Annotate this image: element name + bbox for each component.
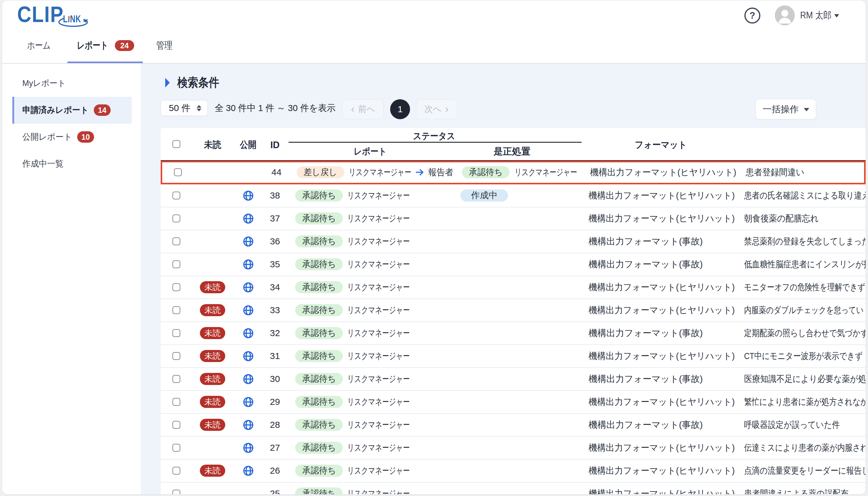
report-status-label: 承認待ち [302, 327, 336, 339]
globe-icon [242, 236, 254, 247]
bulk-action-button[interactable]: 一括操作 [756, 99, 816, 120]
cell-id: 36 [263, 230, 287, 253]
row-checkbox[interactable] [173, 215, 180, 222]
sidebar-item-my-reports[interactable]: Myレポート [12, 70, 132, 97]
format-text: 機構出力フォーマット(ヒヤリハット) [590, 166, 736, 179]
row-checkbox[interactable] [173, 283, 180, 291]
title-text: 患者の氏名確認ミスによる取り違え [744, 189, 866, 202]
table-row-35[interactable]: 35承認待ちリスクマネージャー機構出力フォーマット(事故)低血糖性脳症患者にイン… [161, 253, 866, 276]
cell-title: 患者登録間違い [742, 162, 866, 183]
cell-format: 機構出力フォーマット(ヒヤリハット) [582, 482, 740, 495]
report-status-badge: 承認待ち [295, 304, 343, 316]
table-row-25[interactable]: 25承認待ちリスクマネージャー機構出力フォーマット(ヒヤリハット)患者間違えによ… [161, 482, 866, 495]
help-question-mark: ? [750, 10, 755, 21]
table-row-27[interactable]: 27承認待ちリスクマネージャー機構出力フォーマット(ヒヤリハット)伝達ミスにより… [161, 437, 866, 460]
help-icon[interactable]: ? [744, 7, 760, 24]
report-status-badge: 承認待ち [295, 281, 343, 293]
cell-unread: 未読 [192, 391, 233, 413]
user-name[interactable]: RM 太郎 [800, 10, 832, 20]
top-bar: CLIP LıNK ? RM 太郎 ホームレポート24管理 [2, 1, 866, 63]
cell-select [161, 207, 192, 230]
cell-unread [192, 253, 233, 276]
pagination-bar: 50 件 全 30 件中 1 件 ～ 30 件を表示 ‹ 前へ 1 次へ › 一… [141, 100, 866, 121]
unread-badge: 未読 [200, 281, 225, 293]
sidebar-item-badge: 14 [94, 104, 111, 116]
table-row-30[interactable]: 未読30承認待ちリスクマネージャー機構出力フォーマット(事故)医療知識不足により… [161, 368, 866, 391]
corrective-status-label: 作成中 [471, 189, 497, 202]
sidebar-item-label: 作成中一覧 [22, 158, 64, 170]
tab-reports[interactable]: レポート24 [77, 36, 134, 55]
table-row-26[interactable]: 未読26承認待ちリスクマネージャー機構出力フォーマット(ヒヤリハット)点滴の流量… [161, 460, 866, 482]
cell-unread [194, 162, 235, 183]
table-row-33[interactable]: 未読33承認待ちリスクマネージャー機構出力フォーマット(ヒヤリハット)内服薬のダ… [161, 299, 866, 322]
row-checkbox[interactable] [174, 168, 182, 176]
cell-title: 定期配薬の照らし合わせで気づかず [740, 322, 866, 344]
cell-format: 機構出力フォーマット(事故) [582, 322, 740, 344]
title-text: モニターオフの危険性を理解できず [744, 281, 865, 294]
report-status-badge: 承認待ち [295, 373, 343, 385]
format-text: 機構出力フォーマット(ヒヤリハット) [589, 304, 735, 316]
row-checkbox[interactable] [173, 467, 180, 475]
report-status-badge: 承認待ち [295, 442, 343, 454]
table-row-38[interactable]: 38承認待ちリスクマネージャー作成中機構出力フォーマット(ヒヤリハット)患者の氏… [161, 184, 866, 207]
avatar[interactable] [775, 5, 795, 25]
report-status-label: 承認待ち [302, 235, 336, 247]
report-status-label: 承認待ち [302, 373, 336, 385]
user-menu-caret-icon[interactable] [834, 14, 839, 17]
cell-public [233, 437, 263, 459]
globe-icon [242, 465, 254, 477]
cell-title: 低血糖性脳症患者にインスリンが投 [740, 253, 866, 276]
cell-corrective-status [454, 437, 582, 459]
row-checkbox[interactable] [173, 352, 180, 360]
sidebar-item-public-reports[interactable]: 公開レポート10 [12, 124, 132, 151]
cell-format: 機構出力フォーマット(ヒヤリハット) [582, 299, 740, 322]
row-checkbox[interactable] [173, 375, 180, 383]
page-1-button[interactable]: 1 [390, 99, 410, 119]
row-checkbox[interactable] [173, 444, 180, 452]
sidebar-item-submitted-reports[interactable]: 申請済みレポート14 [12, 97, 132, 124]
cell-unread [192, 230, 233, 253]
cell-unread [192, 207, 233, 230]
cell-report-status: 承認待ちリスクマネージャー [287, 322, 454, 344]
next-page-button[interactable]: 次へ › [416, 99, 457, 119]
unread-badge: 未読 [200, 373, 225, 385]
prev-page-button[interactable]: ‹ 前へ [342, 99, 384, 119]
sidebar-item-drafts[interactable]: 作成中一覧 [12, 151, 132, 177]
row-checkbox[interactable] [173, 490, 180, 494]
select-all-checkbox[interactable] [173, 140, 180, 148]
cell-select [161, 253, 192, 276]
sidebar-item-label: 申請済みレポート [22, 104, 89, 116]
tab-admin[interactable]: 管理 [156, 36, 173, 55]
cell-format: 機構出力フォーマット(ヒヤリハット) [582, 276, 740, 299]
table-row-34[interactable]: 未読34承認待ちリスクマネージャー機構出力フォーマット(ヒヤリハット)モニターオ… [161, 276, 866, 299]
cell-report-status: 承認待ちリスクマネージャー [287, 460, 454, 482]
table-row-31[interactable]: 未読31承認待ちリスクマネージャー機構出力フォーマット(ヒヤリハット)CT中にモ… [161, 345, 866, 368]
cell-id: 35 [263, 253, 287, 276]
row-checkbox[interactable] [173, 329, 180, 337]
table-row-44[interactable]: 44差し戻しリスクマネージャー報告者承認待ちリスクマネージャー機構出力フォーマッ… [161, 161, 866, 184]
search-conditions-toggle[interactable]: 検索条件 [165, 76, 219, 89]
row-checkbox[interactable] [173, 260, 180, 268]
row-checkbox[interactable] [173, 237, 180, 245]
table-row-28[interactable]: 未読28承認待ちリスクマネージャー機構出力フォーマット(事故)呼吸器設定が誤って… [161, 414, 866, 437]
chevron-left-icon: ‹ [351, 104, 354, 114]
page-size-select[interactable]: 50 件 [161, 100, 208, 116]
row-checkbox[interactable] [173, 421, 180, 429]
title-text: 定期配薬の照らし合わせで気づかず [744, 327, 866, 339]
logo-i-letter: ı [68, 13, 70, 25]
row-checkbox[interactable] [173, 191, 180, 199]
row-checkbox[interactable] [173, 398, 180, 406]
table-row-36[interactable]: 36承認待ちリスクマネージャー機構出力フォーマット(事故)禁忌薬剤の登録を失念し… [161, 230, 866, 253]
col-header-public: 公開 [239, 139, 257, 151]
cell-select [161, 184, 192, 207]
tab-home[interactable]: ホーム [27, 36, 51, 55]
cell-id: 26 [263, 460, 287, 482]
search-conditions-caret-icon [165, 78, 170, 88]
title-text: CT中にモニター波形が表示できず [744, 350, 863, 362]
cell-format: 機構出力フォーマット(ヒヤリハット) [582, 460, 740, 482]
table-row-37[interactable]: 37承認待ちリスクマネージャー機構出力フォーマット(ヒヤリハット)朝食後薬の配膳… [161, 207, 866, 230]
cell-report-status: 承認待ちリスクマネージャー [287, 253, 454, 276]
row-checkbox[interactable] [173, 306, 180, 314]
table-row-32[interactable]: 未読32承認待ちリスクマネージャー機構出力フォーマット(事故)定期配薬の照らし合… [161, 322, 866, 345]
table-row-29[interactable]: 未読29承認待ちリスクマネージャー機構出力フォーマット(ヒヤリハット)繁忙により… [161, 391, 866, 414]
